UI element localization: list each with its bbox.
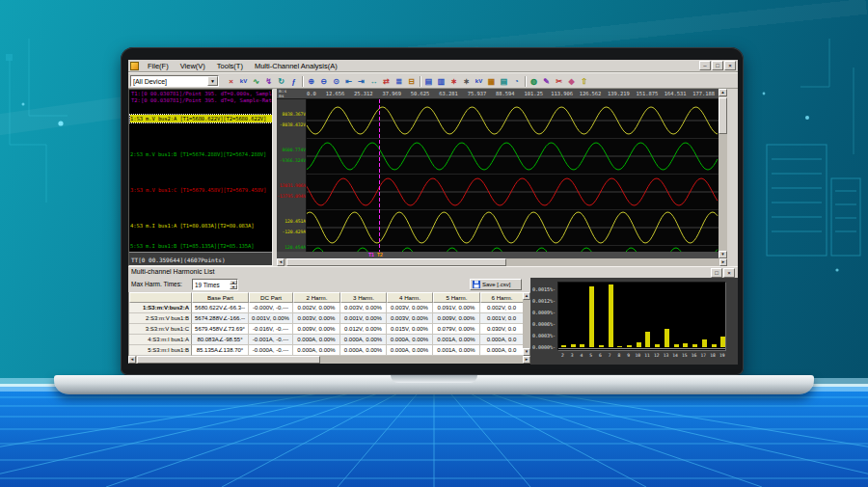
window-close-button[interactable]: × [724,61,736,70]
harmonic-cell: 0.003V, 0.00% [293,313,340,324]
stack-channels-icon[interactable]: ≣ [393,75,405,88]
column-header: 6 Harm. [480,292,524,303]
scale-min-ch4: -120.429A [277,230,306,234]
channel-item-5[interactable]: 5:S3 m.I bus1:B [T1=85.135A][T2=85.135A] [130,242,272,250]
table-row[interactable]: 2:S3:m:V bus1:B5674.288V∠-166.--0.001V, … [129,313,524,324]
list-view-icon[interactable]: ▤ [422,75,435,88]
cursor-t2-tag[interactable]: T2 [377,252,383,258]
time-tick: 12.656 [326,91,344,96]
export-icon[interactable]: ⇧ [578,75,590,88]
scroll-left-icon[interactable]: ◄ [128,356,136,364]
cursor-label-strip: T1 T2 [277,252,719,258]
detail-list-icon[interactable]: ▥ [435,75,448,88]
h-scroll-thumb[interactable] [286,258,506,266]
cursor-t1-tag[interactable]: T1 [368,252,374,258]
chart-x-label: 2 [558,353,567,358]
harmonic-cell: 0.001V, 0.00% [340,313,387,324]
chevron-down-icon[interactable]: ▼ [207,76,218,86]
chart-x-label: 5 [586,353,595,358]
waveform-h-scrollbar[interactable]: ◄ ► [277,258,727,266]
harmonic-cell: 0.012V, 0.00% [340,324,387,335]
chart-y-label: 0.0000%- [530,344,556,350]
window-restore-button[interactable]: □ [712,61,723,70]
harmonic-bar [627,345,632,347]
harmonic-cell: 0.000A, 0.00% [293,335,340,345]
harmonic-cell: -0.000A, -0.--- [249,345,293,356]
kv-scale-icon[interactable]: kV [237,75,250,88]
time-axis-header: m:s ms 0.012.65625.31237.96950.62563.281… [277,89,719,99]
pane-close-button[interactable]: × [723,268,735,278]
channel-item-4[interactable]: 4:S3 m.I bus1:A [T1=80.083A][T2=80.083A] [130,222,272,230]
kv-report-icon[interactable]: kV [473,75,485,88]
wave-display-icon[interactable]: ∿ [250,75,262,88]
scroll-up-icon[interactable]: ▲ [523,292,530,300]
toolbar-icons: ×kV∿↯↻ƒ⊕⊖⊙⇤⇥↔⇄≣⊟▤▥∗∗kV▦▤◔◍✎✂◆⇧ [225,74,590,88]
harmonic-analysis-icon[interactable]: ∗ [460,75,473,88]
overlay-channels-icon[interactable]: ⊟ [405,75,418,88]
harmonic-pane-controls: □× [711,268,735,278]
scroll-up-icon[interactable]: ▲ [719,89,727,96]
spin-down-icon[interactable]: ▼ [230,284,237,289]
globe-icon[interactable]: ◍ [528,75,540,88]
function-icon[interactable]: ƒ [287,75,300,88]
scroll-left-icon[interactable]: ◄ [277,258,285,266]
cut-icon[interactable]: ✂ [553,75,565,88]
edit-icon[interactable]: ✎ [540,75,553,88]
scale-max-ch2: 8600.774V [277,148,306,152]
swap-icon[interactable]: ⇄ [380,75,393,88]
harmonic-cell: 80.083A∠-98.55° [192,335,249,345]
sheet-icon[interactable]: ▤ [498,75,510,88]
menu-item-view[interactable]: View(V) [175,60,211,72]
column-header: 4 Harm. [387,292,433,303]
channel-item-1[interactable]: 1:S3 m.V bus2:A [T1=5680.622V][T2=5680.6… [130,115,272,122]
scroll-down-icon[interactable]: ▼ [719,251,727,258]
save-csv-button[interactable]: Save [.csv] [470,279,522,290]
pan-left-icon[interactable]: ⇤ [342,75,355,88]
clock-icon[interactable]: ◔ [510,75,523,88]
vector-diagram-icon[interactable]: ↯ [262,75,275,88]
waveform-v-scrollbar[interactable]: ▲ ▼ [719,89,727,258]
pane-restore-button[interactable]: □ [711,268,722,278]
table-row[interactable]: 5:S3:m:I bus1:B85.135A∠138.70°-0.000A, -… [129,345,524,356]
time-tick: 25.312 [354,91,372,96]
pan-right-icon[interactable]: ⇥ [355,75,367,88]
analysis-icon[interactable]: ∗ [448,75,460,88]
table-row[interactable]: 1:S3:m:V:bus2:A5680.622V∠-66.3---0.000V,… [129,303,524,313]
h-scroll-thumb[interactable] [137,356,320,364]
table-h-scrollbar[interactable]: ◄ ► [128,356,530,364]
max-harm-spinner[interactable]: 19 Times ▲ ▼ [192,279,238,290]
table-row[interactable]: 4:S3:m:I bus1:A80.083A∠-98.55°-0.001A, -… [129,335,524,345]
expand-horizontal-icon[interactable]: ↔ [367,75,380,88]
table-v-scrollbar[interactable]: ▲ ▼ [523,292,530,356]
menu-item-file[interactable]: File(F) [142,60,175,72]
channel-item-2[interactable]: 2:S3 m.V bus1:B [T1=5674.288V][T2=5674.2… [130,150,272,158]
table-row[interactable]: 3:S3:m:V bus1:C5679.458V∠73.69°-0.016V, … [129,324,524,335]
scale-min-ch1: -8038.432V [277,122,306,127]
scroll-right-icon[interactable]: ► [523,356,530,364]
refresh-icon[interactable]: ↻ [275,75,287,88]
menu-item-multi-channel-analysis[interactable]: Multi-Channel Analysis(A) [249,60,343,72]
row-label: 3:S3:m:V bus1:C [129,324,192,335]
harmonic-cell: 85.135A∠138.70° [192,345,249,356]
scroll-right-icon[interactable]: ► [719,258,727,266]
scroll-down-icon[interactable]: ▼ [523,348,530,356]
scale-max-ch3: 13031.906V [277,183,306,188]
harmonic-bar [665,329,669,347]
harmonic-cell: 0.000A, 0.00% [293,345,340,356]
device-selector[interactable]: [All Device] ▼ [130,75,219,87]
column-header: 2 Harm. [293,292,340,303]
table-report-icon[interactable]: ▦ [485,75,498,88]
channel-item-3[interactable]: 3:S3 m.V bus1:C [T1=5679.458V][T2=5679.4… [130,186,272,194]
zoom-in-icon[interactable]: ⊕ [305,75,317,88]
zoom-reset-icon[interactable]: ⊙ [330,75,342,88]
waveform-plot[interactable] [307,99,719,252]
harmonic-chart-panel: 0.0015%-0.0012%-0.0009%-0.0006%-0.0003%-… [530,278,738,365]
zoom-out-icon[interactable]: ⊖ [317,75,330,88]
close-channel-icon[interactable]: × [225,75,237,88]
harmonic-cell: -0.001A, -0.--- [249,335,293,345]
window-minimize-button[interactable]: – [699,61,711,70]
chart-y-label: 0.0006%- [530,321,556,327]
menu-item-tools[interactable]: Tools(T) [211,60,249,72]
v-scroll-thumb[interactable] [719,97,727,134]
settings-icon[interactable]: ◆ [565,75,578,88]
